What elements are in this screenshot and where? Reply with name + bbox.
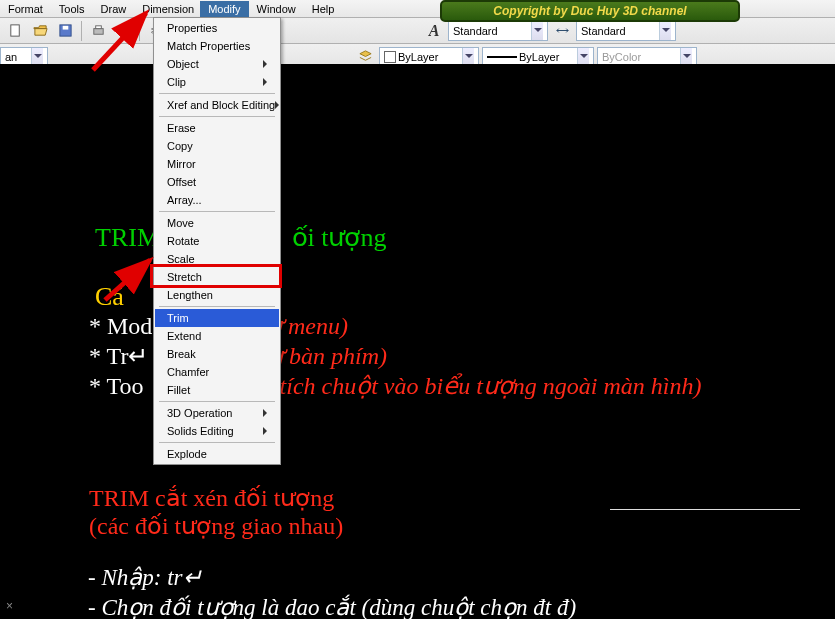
chevron-down-icon[interactable] [462,48,474,66]
menu-item-offset[interactable]: Offset [155,173,279,191]
menu-item-extend[interactable]: Extend [155,327,279,345]
drawing-canvas[interactable]: TRIM ối tượng Cá * Mod(từ menu) * Tr↵(từ… [0,64,835,619]
menu-format[interactable]: Format [0,1,51,17]
step-2: - Chọn đối tượng là dao cắt (dùng chuột … [88,594,576,619]
menu-item-scale[interactable]: Scale [155,250,279,268]
menu-modify[interactable]: Modify [200,1,248,17]
chevron-down-icon[interactable] [31,48,43,66]
linetype-value: ByLayer [519,51,559,63]
menu-item-erase[interactable]: Erase [155,119,279,137]
menu-item-properties[interactable]: Properties [155,19,279,37]
menu-item-trim[interactable]: Trim [155,309,279,327]
menu-item-match-properties[interactable]: Match Properties [155,37,279,55]
menu-separator [159,401,275,402]
layer-value: an [5,51,17,63]
ucs-icon: × [6,599,13,613]
menu-item-clip[interactable]: Clip [155,73,279,91]
dim-style-value: Standard [453,25,498,37]
new-icon[interactable] [4,20,26,42]
step-1: - Nhập: tr↵ [88,564,202,591]
lineweight-value: ByColor [602,51,641,63]
chevron-down-icon[interactable] [531,22,543,40]
horizontal-line [610,509,800,510]
menu-item-explode[interactable]: Explode [155,445,279,463]
menu-item-lengthen[interactable]: Lengthen [155,286,279,304]
menu-item-move[interactable]: Move [155,214,279,232]
menu-separator [159,306,275,307]
menu-separator [159,116,275,117]
menu-item-stretch[interactable]: Stretch [155,268,279,286]
color-value: ByLayer [398,51,438,63]
section2-title: TRIM cắt xén đối tượng [89,484,334,512]
menu-item-copy[interactable]: Copy [155,137,279,155]
menu-tools[interactable]: Tools [51,1,93,17]
svg-rect-3 [93,29,102,35]
menu-item-mirror[interactable]: Mirror [155,155,279,173]
save-icon[interactable] [54,20,76,42]
menu-separator [159,93,275,94]
svg-rect-4 [95,26,101,29]
subtitle-text: Cá [95,282,124,312]
menu-item-rotate[interactable]: Rotate [155,232,279,250]
menu-draw[interactable]: Draw [93,1,135,17]
text-style-combo[interactable]: Standard [576,21,676,41]
chevron-down-icon[interactable] [659,22,671,40]
svg-rect-2 [62,26,68,30]
chevron-down-icon[interactable] [577,48,589,66]
menu-help[interactable]: Help [304,1,343,17]
dim-style-combo[interactable]: Standard [448,21,548,41]
menu-item-3d-operation[interactable]: 3D Operation [155,404,279,422]
menu-item-chamfer[interactable]: Chamfer [155,363,279,381]
svg-point-5 [118,26,126,34]
modify-dropdown: PropertiesMatch PropertiesObjectClipXref… [153,17,281,465]
color-swatch-icon [384,51,396,63]
dimstyle-icon[interactable]: A [423,20,445,42]
text-style-value: Standard [581,25,626,37]
copyright-banner: Copyright by Duc Huy 3D channel [440,0,740,22]
menu-item-solids-editing[interactable]: Solids Editing [155,422,279,440]
svg-line-6 [125,32,128,35]
menu-item-xref-and-block-editing[interactable]: Xref and Block Editing [155,96,279,114]
menu-item-array-[interactable]: Array... [155,191,279,209]
linetype-icon [487,52,517,62]
dim-update-icon[interactable] [551,20,573,42]
menu-item-break[interactable]: Break [155,345,279,363]
section2-sub: (các đối tượng giao nhau) [89,512,343,540]
chevron-down-icon[interactable] [680,48,692,66]
menu-dimension[interactable]: Dimension [134,1,196,17]
menu-item-object[interactable]: Object [155,55,279,73]
svg-rect-0 [10,25,18,36]
print-icon[interactable] [87,20,109,42]
menu-window[interactable]: Window [249,1,304,17]
menu-item-fillet[interactable]: Fillet [155,381,279,399]
menu-separator [159,442,275,443]
menu-separator [159,211,275,212]
preview-icon[interactable] [112,20,134,42]
open-icon[interactable] [29,20,51,42]
